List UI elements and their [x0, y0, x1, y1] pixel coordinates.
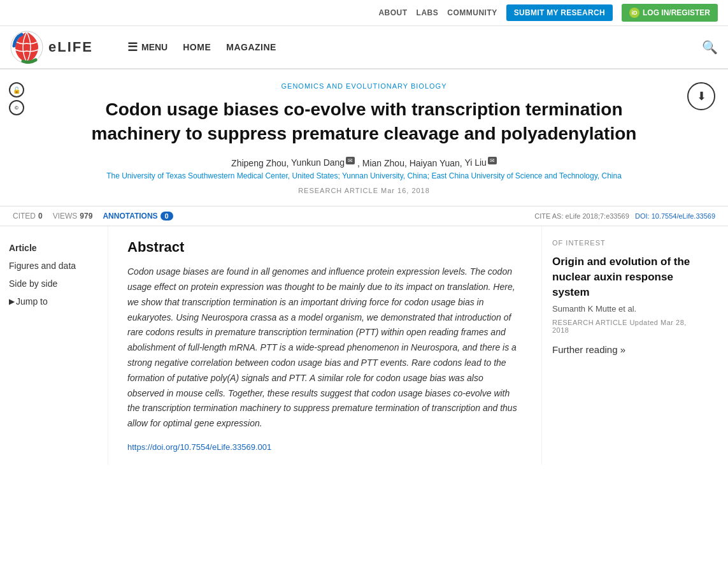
jump-to-chevron-icon: ▶ [9, 297, 15, 306]
menu-button[interactable]: ☰ MENU [127, 40, 168, 54]
interest-type-date: RESEARCH ARTICLE Updated Mar 28, 2018 [552, 319, 703, 334]
magazine-link[interactable]: MAGAZINE [226, 42, 276, 52]
open-access-icon: 🔓 [9, 82, 24, 98]
cited-stat: CITED 0 [13, 212, 43, 221]
article-body: Abstract Codon usage biases are found in… [108, 226, 541, 465]
sidebar-item-side-by-side[interactable]: Side by side [9, 275, 99, 293]
labs-link[interactable]: LABS [417, 8, 439, 17]
search-button[interactable]: 🔍 [702, 40, 718, 55]
search-icon: 🔍 [702, 40, 718, 54]
login-register-button[interactable]: iD LOG IN/REGISTER [622, 4, 718, 22]
author-zhipeng: Zhipeng Zhou, [231, 157, 291, 168]
of-interest-label: OF INTEREST [552, 239, 703, 247]
stats-bar: CITED 0 VIEWS 979 ANNOTATIONS 0 CITE AS:… [0, 206, 728, 226]
about-link[interactable]: ABOUT [378, 8, 407, 17]
further-reading-link[interactable]: Further reading » [552, 344, 625, 355]
elife-logo-icon [10, 31, 43, 64]
article-type-date: RESEARCH ARTICLE Mar 16, 2018 [25, 187, 703, 194]
left-sidebar: Article Figures and data Side by side ▶ … [0, 226, 108, 465]
abstract-doi-link[interactable]: https://doi.org/10.7554/eLife.33569.001 [127, 442, 271, 452]
main-header: eLIFE ☰ MENU HOME MAGAZINE 🔍 [0, 26, 728, 69]
cite-as: CITE AS: eLife 2018;7:e33569 DOI: 10.755… [534, 212, 715, 220]
open-access-icons: 🔓 © [9, 82, 24, 115]
views-stat: VIEWS 979 [53, 212, 93, 221]
abstract-text: Codon usage biases are found in all geno… [127, 264, 522, 431]
interest-article-title[interactable]: Origin and evolution of the nuclear auxi… [552, 254, 703, 300]
article-category[interactable]: GENOMICS AND EVOLUTIONARY BIOLOGY [25, 82, 703, 90]
content-wrapper: Article Figures and data Side by side ▶ … [0, 226, 728, 465]
sidebar-item-figures[interactable]: Figures and data [9, 257, 99, 275]
sidebar-item-article[interactable]: Article [9, 239, 99, 257]
download-icon: ⬇ [697, 89, 706, 103]
home-link[interactable]: HOME [183, 42, 211, 52]
hamburger-icon: ☰ [127, 40, 138, 54]
orcid-icon: iD [629, 8, 639, 18]
authors: Zhipeng Zhou, Yunkun Dang✉ , Mian Zhou, … [25, 157, 703, 168]
logo-text: eLIFE [48, 39, 93, 55]
community-link[interactable]: COMMUNITY [447, 8, 497, 17]
interest-authors: Sumanth K Mutte et al. [552, 304, 703, 314]
cc-icon: © [9, 100, 24, 115]
download-button[interactable]: ⬇ [687, 82, 715, 110]
author-yunkun[interactable]: Yunkun Dang✉ [291, 157, 355, 168]
submit-research-button[interactable]: SUBMIT MY RESEARCH [506, 4, 613, 21]
affiliations: The University of Texas Southwestern Med… [25, 171, 703, 180]
article-type: RESEARCH ARTICLE [298, 187, 378, 194]
author-yi-liu[interactable]: Yi Liu✉ [464, 157, 497, 168]
main-navigation: ☰ MENU HOME MAGAZINE [112, 40, 702, 54]
top-navigation: ABOUT LABS COMMUNITY SUBMIT MY RESEARCH … [0, 0, 728, 26]
abstract-title: Abstract [127, 239, 522, 256]
sidebar-item-jump-to[interactable]: ▶ Jump to [9, 293, 99, 310]
annotations-stat[interactable]: ANNOTATIONS 0 [103, 212, 173, 221]
logo-area[interactable]: eLIFE [10, 31, 112, 64]
article-header: 🔓 © GENOMICS AND EVOLUTIONARY BIOLOGY Co… [0, 69, 728, 206]
right-sidebar: OF INTEREST Origin and evolution of the … [541, 226, 713, 465]
article-title: Codon usage biases co-evolve with transc… [62, 98, 667, 146]
article-date: Mar 16, 2018 [381, 187, 430, 194]
